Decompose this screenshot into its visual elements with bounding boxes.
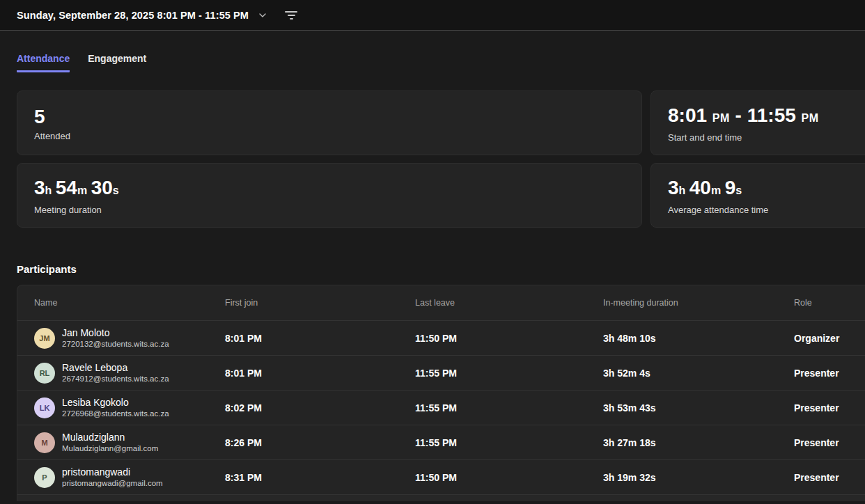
summary-card: 3h 54m 30s Meeting duration	[17, 163, 642, 228]
report-tabs: Attendance Engagement	[17, 31, 865, 72]
filter-icon[interactable]	[283, 8, 299, 23]
summary-card-value: 8:01 PM - 11:55 PM	[668, 104, 865, 130]
column-header-name: Name	[34, 298, 225, 308]
tab-attendance[interactable]: Attendance	[17, 53, 70, 72]
last-leave-cell: 11:55 PM	[415, 368, 603, 379]
name-cell: JM Jan Moloto 2720132@students.wits.ac.z…	[34, 327, 225, 349]
table-row: LK Lesiba Kgokolo 2726968@students.wits.…	[17, 390, 865, 425]
participant-name: pristomangwadi	[62, 466, 163, 479]
meeting-title: Sunday, September 28, 2025 8:01 PM - 11:…	[17, 10, 249, 21]
tab-engagement[interactable]: Engagement	[88, 53, 146, 72]
last-leave-cell: 11:55 PM	[415, 402, 603, 414]
summary-card: 8:01 PM - 11:55 PM Start and end time	[650, 90, 865, 155]
summary-card-value: 3h 54m 30s	[34, 176, 625, 203]
table-row: P pristomangwadi pristomangwadi@gmail.co…	[17, 459, 865, 494]
participant-email: 2720132@students.wits.ac.za	[62, 339, 169, 349]
duration-cell: 3h 27m 18s	[603, 437, 794, 448]
participant-email: Mulaudziglann@gmail.com	[62, 443, 158, 453]
duration-cell: 3h 48m 10s	[603, 333, 794, 344]
name-cell: LK Lesiba Kgokolo 2726968@students.wits.…	[34, 397, 225, 419]
participant-email: pristomangwadi@gmail.com	[62, 478, 163, 488]
name-cell: RL Ravele Lebopa 2674912@students.wits.a…	[34, 362, 225, 384]
summary-card-label: Start and end time	[668, 132, 865, 143]
participant-email: 2726968@students.wits.ac.za	[62, 409, 169, 418]
summary-cards: 5 Attended 8:01 PM - 11:55 PM Start and …	[17, 90, 865, 228]
avatar: LK	[34, 397, 55, 418]
table-next-row-partial	[17, 494, 865, 501]
role-cell: Organizer	[794, 333, 865, 344]
column-header-duration: In-meeting duration	[603, 298, 794, 308]
column-header-last-leave: Last leave	[415, 298, 603, 308]
first-join-cell: 8:26 PM	[225, 437, 415, 448]
summary-card: 3h 40m 9s Average attendance time	[650, 163, 865, 228]
summary-card-value: 3h 40m 9s	[668, 176, 865, 203]
summary-card-label: Meeting duration	[34, 205, 625, 215]
name-cell: P pristomangwadi pristomangwadi@gmail.co…	[34, 466, 225, 489]
report-content: Attendance Engagement 5 Attended 8:01 PM…	[0, 31, 865, 501]
summary-card-label: Average attendance time	[668, 205, 865, 215]
chevron-down-icon[interactable]	[257, 10, 268, 21]
avatar: RL	[34, 363, 55, 384]
role-cell: Presenter	[794, 472, 865, 483]
last-leave-cell: 11:50 PM	[415, 333, 603, 344]
first-join-cell: 8:01 PM	[225, 368, 415, 379]
table-header-row: Name First join Last leave In-meeting du…	[17, 285, 865, 320]
table-row: RL Ravele Lebopa 2674912@students.wits.a…	[17, 355, 865, 390]
summary-card-label: Attended	[34, 131, 625, 141]
last-leave-cell: 11:55 PM	[415, 437, 603, 448]
avatar: P	[34, 467, 55, 488]
duration-cell: 3h 52m 4s	[603, 368, 794, 379]
table-row: M Mulaudziglann Mulaudziglann@gmail.com …	[17, 425, 865, 459]
avatar: M	[34, 432, 55, 453]
table-row: JM Jan Moloto 2720132@students.wits.ac.z…	[17, 320, 865, 355]
participant-name: Jan Moloto	[62, 327, 169, 340]
role-cell: Presenter	[794, 368, 865, 379]
participant-email: 2674912@students.wits.ac.za	[62, 374, 169, 384]
first-join-cell: 8:02 PM	[225, 402, 415, 414]
participant-name: Mulaudziglann	[62, 432, 158, 444]
avatar: JM	[34, 328, 55, 349]
last-leave-cell: 11:50 PM	[415, 472, 603, 483]
table-body: JM Jan Moloto 2720132@students.wits.ac.z…	[17, 320, 865, 494]
participant-name: Lesiba Kgokolo	[62, 397, 169, 409]
participant-name: Ravele Lebopa	[62, 362, 169, 375]
participants-heading: Participants	[17, 263, 865, 275]
name-cell: M Mulaudziglann Mulaudziglann@gmail.com	[34, 432, 225, 454]
role-cell: Presenter	[794, 437, 865, 448]
duration-cell: 3h 53m 43s	[603, 402, 794, 414]
column-header-role: Role	[794, 298, 865, 308]
meeting-header-bar: Sunday, September 28, 2025 8:01 PM - 11:…	[0, 0, 865, 31]
summary-card: 5 Attended	[17, 90, 642, 155]
first-join-cell: 8:31 PM	[225, 472, 415, 483]
first-join-cell: 8:01 PM	[225, 333, 415, 344]
participants-table: Name First join Last leave In-meeting du…	[17, 285, 865, 501]
role-cell: Presenter	[794, 402, 865, 414]
summary-card-value: 5	[34, 105, 625, 129]
column-header-first-join: First join	[225, 298, 415, 308]
duration-cell: 3h 19m 32s	[603, 472, 794, 483]
